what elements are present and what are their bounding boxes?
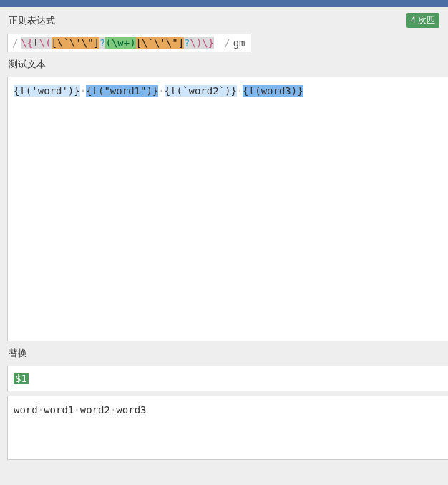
- sep: ·: [38, 404, 44, 416]
- result-word-1: word: [14, 404, 38, 416]
- tok-escape-brace-open: \{: [21, 37, 33, 49]
- window-topbar: [0, 0, 448, 7]
- match-3: {t(`word2`)}: [165, 85, 237, 97]
- replace-label: 替换: [9, 347, 27, 360]
- tok-quant-2: ?: [184, 37, 190, 49]
- match-2: {t("word1")}: [86, 85, 158, 97]
- replace-input[interactable]: $1: [7, 366, 448, 391]
- regex-label: 正则表达式: [9, 14, 55, 27]
- result-word-2: word1: [44, 404, 74, 416]
- regex-section-header: 正则表达式 4 次匹: [0, 7, 448, 34]
- result-word-3: word2: [80, 404, 110, 416]
- tok-escape-paren-open: \(: [39, 37, 52, 49]
- sep: ·: [80, 85, 86, 97]
- sep: ·: [74, 404, 79, 416]
- sep: ·: [158, 85, 164, 97]
- result-output: word·word1·word2·word3: [7, 396, 448, 460]
- match-1: {t('word')}: [14, 85, 80, 97]
- regex-open-slash: /: [12, 37, 18, 49]
- regex-flags[interactable]: /gm: [218, 34, 250, 52]
- regex-pattern: \{t\([\`\'\"]?(\w+)[\`\'\"]?\)\}: [21, 37, 214, 49]
- replace-section-header: 替换: [0, 341, 448, 366]
- match-4: {t(word3)}: [243, 85, 303, 97]
- tok-charclass-quote-2: [\`\'\"]: [136, 37, 184, 49]
- replace-token: $1: [14, 373, 29, 384]
- test-label: 测试文本: [9, 58, 46, 71]
- result-word-4: word3: [116, 404, 146, 416]
- match-count-badge: 4 次匹: [406, 13, 439, 28]
- tok-literal-t: t: [33, 37, 39, 49]
- tok-charclass-quote-1: [\`\'\"]: [52, 37, 99, 49]
- tok-escape-brace-close: \}: [202, 37, 214, 49]
- tok-group-word: (\w+): [105, 37, 135, 49]
- regex-flags-text: gm: [233, 37, 245, 49]
- tok-escape-paren-close: \): [190, 37, 203, 49]
- test-section-header: 测试文本: [0, 52, 448, 77]
- regex-close-slash: /: [224, 37, 230, 49]
- test-text-input[interactable]: {t('word')}·{t("word1")}·{t(`word2`)}·{t…: [7, 77, 448, 341]
- regex-input[interactable]: / \{t\([\`\'\"]?(\w+)[\`\'\"]?\)\}: [7, 34, 218, 52]
